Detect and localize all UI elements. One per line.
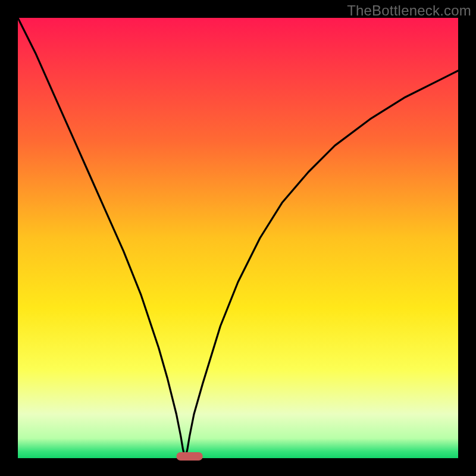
watermark-text: TheBottleneck.com [347, 2, 471, 19]
plot-background [18, 18, 458, 458]
optimum-marker [176, 452, 202, 461]
chart-frame: TheBottleneck.com [0, 0, 476, 476]
bottleneck-chart [0, 0, 476, 476]
